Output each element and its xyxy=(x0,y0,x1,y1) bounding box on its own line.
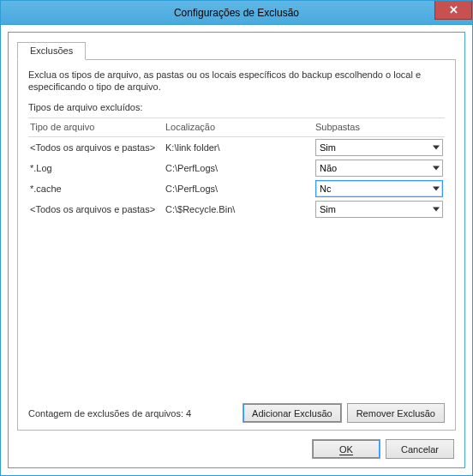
subfolders-select-wrap xyxy=(315,180,443,197)
subfolders-select[interactable] xyxy=(315,160,443,177)
subfolders-select[interactable] xyxy=(315,180,443,197)
subfolders-select-wrap xyxy=(315,201,443,218)
cell-subfolders xyxy=(315,180,445,197)
cell-file-type: <Todos os arquivos e pastas> xyxy=(28,142,165,153)
remove-exclusion-button[interactable]: Remover Exclusão xyxy=(347,403,445,423)
grid-body: <Todos os arquivos e pastas>K:\link fold… xyxy=(28,137,445,395)
cancel-label: Cancelar xyxy=(401,444,439,455)
table-row[interactable]: *.LogC:\PerfLogs\ xyxy=(28,158,445,178)
inner-frame: Exclusões Exclua os tipos de arquivo, as… xyxy=(8,32,465,468)
cell-subfolders xyxy=(315,139,445,156)
table-row[interactable]: *.cacheC:\PerfLogs\ xyxy=(28,178,445,199)
close-button[interactable]: ✕ xyxy=(434,1,472,20)
panel-description: Exclua os tipos de arquivo, as pastas ou… xyxy=(28,69,445,93)
dialog-button-row: OK Cancelar xyxy=(17,431,456,461)
grid-header-subfolders: Subpastas xyxy=(315,122,445,132)
titlebar: Configurações de Exclusão ✕ xyxy=(1,1,472,25)
ok-label: OK xyxy=(339,444,353,455)
cell-file-type: <Todos os arquivos e pastas> xyxy=(28,204,165,214)
panel-subhead: Tipos de arquivo excluídos: xyxy=(28,102,445,112)
subfolders-select-wrap xyxy=(315,160,443,177)
cell-location: C:\PerfLogs\ xyxy=(165,163,315,173)
cell-subfolders xyxy=(315,160,445,177)
window-title: Configurações de Exclusão xyxy=(1,7,472,19)
remove-exclusion-label: Remover Exclusão xyxy=(356,408,435,419)
subfolders-select[interactable] xyxy=(315,201,443,218)
exclusion-count-label: Contagem de exclusões de arquivos: 4 xyxy=(28,408,191,419)
panel-button-row: Adicionar Exclusão Remover Exclusão xyxy=(242,403,445,423)
panel-footer: Contagem de exclusões de arquivos: 4 Adi… xyxy=(28,395,445,423)
close-icon: ✕ xyxy=(449,3,458,16)
exclusions-grid: Tipo de arquivo Localização Subpastas <T… xyxy=(28,117,445,395)
cell-file-type: *.Log xyxy=(28,163,165,173)
tab-exclusions-label: Exclusões xyxy=(30,45,73,56)
grid-header-location: Localização xyxy=(165,122,315,132)
ok-button[interactable]: OK xyxy=(312,439,380,459)
subfolders-select-wrap xyxy=(315,139,443,156)
tab-panel-exclusions: Exclua os tipos de arquivo, as pastas ou… xyxy=(17,59,456,431)
cell-location: C:\PerfLogs\ xyxy=(165,184,315,194)
subfolders-select[interactable] xyxy=(315,139,443,156)
exclusion-settings-window: Configurações de Exclusão ✕ Exclusões Ex… xyxy=(0,0,473,476)
grid-header-type: Tipo de arquivo xyxy=(28,122,165,132)
cell-location: K:\link folder\ xyxy=(165,142,315,153)
cell-subfolders xyxy=(315,201,445,218)
cancel-button[interactable]: Cancelar xyxy=(386,439,454,459)
add-exclusion-label: Adicionar Exclusão xyxy=(252,408,332,419)
table-row[interactable]: <Todos os arquivos e pastas>K:\link fold… xyxy=(28,137,445,158)
cell-file-type: *.cache xyxy=(28,184,165,194)
tab-strip: Exclusões xyxy=(17,41,456,59)
add-exclusion-button[interactable]: Adicionar Exclusão xyxy=(242,403,342,423)
client-area: Exclusões Exclua os tipos de arquivo, as… xyxy=(1,25,472,475)
table-row[interactable]: <Todos os arquivos e pastas>C:\$Recycle.… xyxy=(28,199,445,220)
tab-exclusions[interactable]: Exclusões xyxy=(17,42,86,60)
grid-header-row: Tipo de arquivo Localização Subpastas xyxy=(28,118,445,137)
cell-location: C:\$Recycle.Bin\ xyxy=(165,204,315,214)
